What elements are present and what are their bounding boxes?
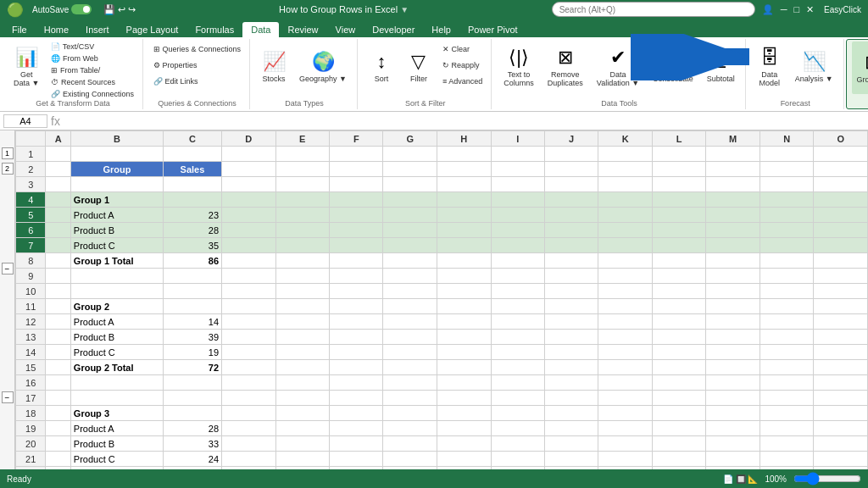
cell-other[interactable] xyxy=(814,284,868,299)
tab-review[interactable]: Review xyxy=(279,22,326,37)
cell-other[interactable] xyxy=(222,452,276,467)
row-number[interactable]: 11 xyxy=(16,299,46,314)
cell-other[interactable] xyxy=(437,406,492,421)
cell-other[interactable] xyxy=(598,192,653,208)
cell-other[interactable] xyxy=(544,314,598,330)
cell-other[interactable] xyxy=(275,360,329,375)
cell-b[interactable] xyxy=(70,177,163,192)
cell-other[interactable] xyxy=(652,467,705,470)
cell-a[interactable] xyxy=(46,452,70,467)
cell-other[interactable] xyxy=(598,299,653,314)
row-number[interactable]: 15 xyxy=(16,360,46,375)
cell-other[interactable] xyxy=(760,177,814,192)
row-number[interactable]: 20 xyxy=(16,436,46,452)
minimize-icon[interactable]: ─ xyxy=(781,4,787,14)
cell-other[interactable] xyxy=(330,208,383,223)
row-number[interactable]: 18 xyxy=(16,406,46,421)
sort-button[interactable]: ↕ Sort xyxy=(364,41,398,93)
cell-other[interactable] xyxy=(437,162,492,177)
cell-other[interactable] xyxy=(598,314,653,330)
cell-other[interactable] xyxy=(814,208,868,223)
cell-other[interactable] xyxy=(760,360,814,375)
row-number[interactable]: 21 xyxy=(16,452,46,467)
cell-b[interactable] xyxy=(70,269,163,284)
cell-other[interactable] xyxy=(544,162,598,177)
cell-other[interactable] xyxy=(814,223,868,238)
cell-other[interactable] xyxy=(544,253,598,269)
cell-other[interactable] xyxy=(544,269,598,284)
cell-other[interactable] xyxy=(760,314,814,330)
search-input[interactable] xyxy=(552,2,755,17)
cell-other[interactable] xyxy=(275,314,329,330)
cell-other[interactable] xyxy=(544,208,598,223)
row-number[interactable]: 8 xyxy=(16,253,46,269)
cell-a[interactable] xyxy=(46,391,70,406)
cell-a[interactable] xyxy=(46,284,70,299)
cell-c[interactable] xyxy=(163,299,221,314)
cell-other[interactable] xyxy=(275,162,329,177)
cell-other[interactable] xyxy=(383,314,437,330)
col-header-h[interactable]: H xyxy=(437,131,492,147)
cell-other[interactable] xyxy=(491,162,544,177)
cell-c[interactable]: 33 xyxy=(163,436,221,452)
cell-other[interactable] xyxy=(491,238,544,253)
cell-other[interactable] xyxy=(437,330,492,345)
cell-other[interactable] xyxy=(652,375,705,391)
cell-c[interactable] xyxy=(163,391,221,406)
cell-other[interactable] xyxy=(437,253,492,269)
cell-other[interactable] xyxy=(383,345,437,360)
cell-other[interactable] xyxy=(814,238,868,253)
cell-other[interactable] xyxy=(652,436,705,452)
cell-other[interactable] xyxy=(437,299,492,314)
cell-other[interactable] xyxy=(814,391,868,406)
advanced-button[interactable]: ≡ Advanced xyxy=(439,75,486,87)
cell-other[interactable] xyxy=(706,223,760,238)
cell-other[interactable] xyxy=(491,223,544,238)
cell-b[interactable]: Group 2 Total xyxy=(70,360,163,375)
cell-c[interactable]: 85 xyxy=(163,467,221,470)
cell-other[interactable] xyxy=(275,253,329,269)
cell-other[interactable] xyxy=(437,284,492,299)
cell-other[interactable] xyxy=(437,391,492,406)
col-header-a[interactable]: A xyxy=(46,131,70,147)
cell-other[interactable] xyxy=(491,330,544,345)
cell-c[interactable] xyxy=(163,147,221,162)
cell-other[interactable] xyxy=(330,467,383,470)
cell-other[interactable] xyxy=(275,223,329,238)
subtotal-dt-button[interactable]: Σ Subtotal xyxy=(702,41,740,93)
reapply-button[interactable]: ↻ Reapply xyxy=(439,59,486,71)
cell-other[interactable] xyxy=(598,345,653,360)
tab-help[interactable]: Help xyxy=(423,22,459,37)
cell-other[interactable] xyxy=(222,284,276,299)
col-header-d[interactable]: D xyxy=(222,131,276,147)
cell-other[interactable] xyxy=(652,330,705,345)
remove-dupes-button[interactable]: ⊠ RemoveDuplicates xyxy=(542,41,588,93)
cell-other[interactable] xyxy=(330,192,383,208)
cell-other[interactable] xyxy=(330,299,383,314)
cell-other[interactable] xyxy=(222,192,276,208)
cell-other[interactable] xyxy=(491,299,544,314)
cell-other[interactable] xyxy=(275,177,329,192)
cell-other[interactable] xyxy=(330,162,383,177)
cell-other[interactable] xyxy=(544,192,598,208)
cell-other[interactable] xyxy=(598,452,653,467)
cell-other[interactable] xyxy=(275,375,329,391)
cell-other[interactable] xyxy=(598,238,653,253)
cell-a[interactable] xyxy=(46,436,70,452)
cell-other[interactable] xyxy=(760,467,814,470)
cell-other[interactable] xyxy=(760,208,814,223)
cell-other[interactable] xyxy=(437,238,492,253)
cell-other[interactable] xyxy=(760,223,814,238)
cell-a[interactable] xyxy=(46,330,70,345)
cell-b[interactable]: Product B xyxy=(70,330,163,345)
cell-other[interactable] xyxy=(383,452,437,467)
geography-button[interactable]: 🌍 Geography ▼ xyxy=(294,41,352,93)
cell-other[interactable] xyxy=(706,299,760,314)
autosave-switch[interactable] xyxy=(71,4,92,14)
col-header-i[interactable]: I xyxy=(491,131,544,147)
cell-other[interactable] xyxy=(814,406,868,421)
cell-other[interactable] xyxy=(598,406,653,421)
cell-other[interactable] xyxy=(706,177,760,192)
cell-other[interactable] xyxy=(652,421,705,436)
cell-other[interactable] xyxy=(437,452,492,467)
